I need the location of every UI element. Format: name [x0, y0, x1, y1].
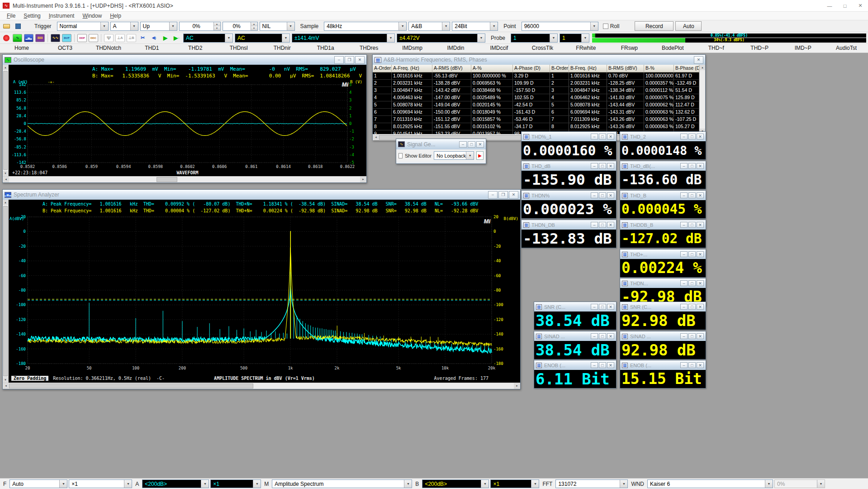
table-row[interactable]: 88.012925 kHz-151.55 dBV0.0015102 %-34.1… [373, 123, 699, 130]
close-icon[interactable]: ✕ [509, 191, 518, 199]
tab-bodeplot[interactable]: BodePlot [651, 44, 694, 53]
ddp-panel-titlebar[interactable]: ▦ SINAD ... –□✕ [534, 331, 616, 341]
close-icon[interactable]: ✕ [607, 362, 614, 368]
display-mode-select[interactable]: Amplitude Spectrum▼ [272, 479, 412, 488]
tab-audiotst[interactable]: AudioTst [825, 44, 868, 53]
spectrum-display[interactable]: A: Peak Frequency= 1.001616 kHz THD= 0.0… [9, 200, 520, 383]
minimize-icon[interactable]: – [591, 134, 598, 139]
channel-mode-select[interactable]: A&B▼ [408, 22, 450, 31]
spectrum-plot[interactable]: A(dBV)B(dBV)202000-20-20-40-40-60-60-80-… [9, 214, 519, 373]
minimize-icon[interactable]: – [680, 192, 688, 198]
tab-frwhite[interactable]: FRwhite [564, 44, 607, 53]
ddp-panel-titlebar[interactable]: ▦ THD_dB(... –□✕ [620, 161, 706, 171]
run-b-icon[interactable]: ▶○ [172, 34, 181, 42]
column-header[interactable]: B-% [644, 65, 674, 72]
maximize-icon[interactable]: □ [688, 280, 696, 286]
trigger-level-stepper[interactable]: 0%▲▼ [179, 22, 221, 31]
checkbox-icon[interactable] [603, 24, 608, 29]
minimize-icon[interactable]: – [591, 333, 598, 339]
close-icon[interactable]: ✕ [697, 304, 704, 310]
tab-thdres[interactable]: THDres [347, 44, 391, 53]
close-icon[interactable]: ✕ [694, 56, 703, 64]
ddp-panel-titlebar[interactable]: ▦ THD+... –□✕ [620, 249, 706, 259]
column-header[interactable]: A-Order [373, 65, 392, 72]
close-icon[interactable]: ✕ [697, 192, 704, 198]
minimize-icon[interactable]: – [680, 333, 688, 339]
column-header[interactable]: A-Freq. (Hz) [392, 65, 432, 72]
ddp-panel-titlebar[interactable]: ▦ ENOB (... –□✕ [534, 360, 616, 370]
spectrum-vertical-scrollbar[interactable]: ▲▼ [3, 200, 9, 383]
table-row[interactable]: 11.001616 kHz-55.13 dBV100.0000000 %3.29… [373, 72, 699, 80]
maximize-icon[interactable]: □ [599, 163, 606, 169]
table-row[interactable]: 33.004847 kHz-143.42 dBV0.0038468 %-157.… [373, 87, 699, 94]
tab-oct3[interactable]: OCT3 [43, 44, 87, 53]
close-icon[interactable]: ✕ [853, 0, 868, 11]
minimize-icon[interactable]: – [591, 362, 598, 368]
spinner-arrows[interactable]: ▲▼ [251, 22, 257, 30]
minimize-icon[interactable]: – [591, 222, 598, 228]
ddp-panel-titlebar[interactable]: ▦ SINAD ... –□✕ [620, 331, 706, 341]
ddp-panel-titlebar[interactable]: ▦ THD%_1 –□✕ [522, 132, 616, 141]
spectrum-titlebar[interactable]: ▂▅▃ Spectrum Analyzer –❐✕ [3, 190, 520, 200]
minimize-icon[interactable]: – [680, 163, 688, 169]
ddc-icon[interactable]: DDC [89, 34, 98, 42]
oscilloscope-plot[interactable]: A (mV)B (V)1425113.6485.2356.8228.4100-2… [12, 79, 363, 169]
generator-play-button[interactable]: ▶ [476, 151, 484, 160]
minimize-icon[interactable]: — [822, 0, 837, 11]
trigger-mode-select[interactable]: Normal▼ [57, 22, 109, 31]
coupling-b-select[interactable]: AC▼ [235, 34, 290, 43]
restore-icon[interactable]: ❐ [345, 56, 354, 64]
trigger-delay-stepper[interactable]: 0%▲▼ [223, 22, 258, 31]
close-icon[interactable]: ✕ [697, 134, 704, 139]
maximize-icon[interactable]: □ [688, 222, 696, 228]
menu-item-help[interactable]: Help [106, 13, 125, 19]
probe-calibration-icon[interactable]: ✂ [138, 34, 147, 42]
oscilloscope-icon[interactable]: ∿ [13, 34, 22, 42]
close-icon[interactable]: ✕ [697, 362, 704, 368]
minimize-icon[interactable]: – [680, 222, 688, 228]
spinner-arrows[interactable]: ▲▼ [213, 22, 220, 30]
minimize-icon[interactable]: – [680, 362, 688, 368]
maximize-icon[interactable]: □ [688, 362, 696, 368]
harmonics-titlebar[interactable]: ▦ A&B-Harmonic Frequencies, RMS, Phases … [373, 55, 705, 65]
close-icon[interactable]: ✕ [697, 222, 704, 228]
frequency-reject-select[interactable]: NIL▼ [260, 22, 295, 31]
bit-depth-select[interactable]: 24Bit▼ [452, 22, 498, 31]
multimeter-icon[interactable]: 888 [35, 34, 45, 42]
table-row[interactable]: 44.006463 kHz-147.00 dBV0.0025489 %102.5… [373, 94, 699, 101]
tab-imdsmp[interactable]: IMDsmp [391, 44, 434, 53]
tab-home[interactable]: Home [0, 44, 43, 53]
minimize-icon[interactable]: – [680, 134, 688, 139]
close-icon[interactable]: ✕ [607, 192, 614, 198]
record-icon[interactable] [3, 35, 9, 41]
a-range-select[interactable]: <200dB>▼ [142, 479, 209, 488]
minimize-icon[interactable]: – [591, 304, 598, 310]
ddp-panel-titlebar[interactable]: ▦ THD_dB –□✕ [522, 161, 616, 171]
minimize-icon[interactable]: – [680, 251, 688, 257]
loopback-select[interactable]: No Loopback▼ [434, 151, 474, 160]
table-row[interactable]: 77.011310 kHz-151.12 dBV0.0015857 %-53.4… [373, 116, 699, 123]
window-function-select[interactable]: Kaiser 6▼ [647, 479, 773, 488]
tab-thdnir[interactable]: THDnir [261, 44, 304, 53]
spectrum-analyzer-icon[interactable]: ▂▅▃ [24, 34, 33, 42]
ddp-panel-titlebar[interactable]: ▦ THDN... –□✕ [620, 278, 706, 288]
ddp-panel-titlebar[interactable]: ▦ ENOB (... –□✕ [620, 360, 706, 370]
close-icon[interactable]: ✕ [607, 333, 614, 339]
minimize-icon[interactable]: – [680, 280, 688, 286]
frequency-axis-select[interactable]: Auto▼ [9, 479, 67, 488]
table-row[interactable]: 55.008078 kHz-149.04 dBV0.0020145 %-42.5… [373, 101, 699, 109]
tab-thd1a[interactable]: THD1a [304, 44, 347, 53]
oscilloscope-display[interactable]: A: Max= 1.19609 mV Min= -1.19781 mV Mean… [9, 65, 366, 176]
frequency-multiplier-select[interactable]: ×1▼ [69, 479, 132, 488]
minimize-icon[interactable]: – [591, 163, 598, 169]
fft-size-select[interactable]: 131072▼ [555, 479, 628, 488]
tab-imddin[interactable]: IMDdin [434, 44, 478, 53]
minimize-icon[interactable]: – [680, 304, 688, 310]
coupling-a-select[interactable]: AC▼ [183, 34, 233, 43]
close-icon[interactable]: ✕ [476, 141, 484, 148]
b-multiplier-select[interactable]: ×1▼ [490, 479, 539, 488]
sound-output-icon[interactable]: ◀) [149, 34, 159, 42]
maximize-icon[interactable]: □ [599, 134, 606, 139]
oscilloscope-titlebar[interactable]: ∿ Oscilloscope –❐✕ [3, 55, 366, 65]
device-test-plan-icon[interactable]: DUT [62, 34, 71, 42]
